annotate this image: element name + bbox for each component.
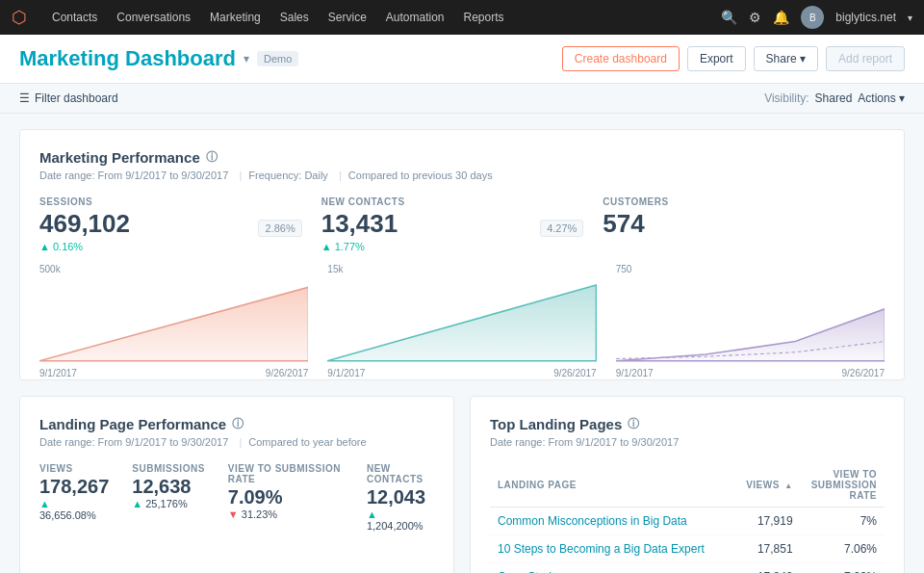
lp-new-contacts-change: ▲ 1,204,200% [367, 508, 434, 532]
search-icon[interactable]: 🔍 [721, 10, 737, 25]
customers-chart-svg [616, 276, 885, 363]
sessions-chart-svg [39, 276, 308, 363]
settings-icon[interactable]: ⚙ [749, 10, 761, 25]
views-sort-icon: ▲ [784, 482, 792, 490]
col-views[interactable]: VIEWS ▲ [732, 463, 800, 508]
col-landing-page: LANDING PAGE [490, 463, 732, 508]
row2-rate: 7.06% [801, 535, 885, 563]
top-landing-pages-table: LANDING PAGE VIEWS ▲ VIEW TO SUBMISSION … [490, 463, 885, 573]
bottom-row: Landing Page Performance ⓘ Date range: F… [19, 396, 905, 573]
header-actions: Create dashboard Export Share ▾ Add repo… [562, 46, 905, 71]
row1-rate: 7% [801, 508, 885, 535]
filter-dashboard-link[interactable]: ☰ Filter dashboard [19, 91, 118, 105]
main-content: Marketing Performance ⓘ Date range: From… [0, 114, 924, 573]
sessions-chart-y-label: 500k [39, 264, 308, 274]
lp-rate-change: ▼ 31.23% [228, 508, 344, 520]
nav-service[interactable]: Service [319, 0, 376, 35]
marketing-performance-card: Marketing Performance ⓘ Date range: From… [19, 129, 905, 380]
top-lp-info-icon[interactable]: ⓘ [628, 416, 639, 432]
lp-views-metric: VIEWS 178,267 ▲ 36,656.08% [39, 463, 109, 532]
metrics-row: SESSIONS 469,102 2.86% ▲ 0.16% NEW CONTA… [39, 196, 885, 252]
add-report-button[interactable]: Add report [826, 46, 905, 71]
lp-new-contacts-metric: NEW CONTACTS 12,043 ▲ 1,204,200% [367, 463, 434, 532]
dashboard-title: Marketing Dashboard [19, 46, 236, 71]
dashboard-dropdown-icon[interactable]: ▾ [244, 52, 249, 65]
account-chevron-icon: ▾ [908, 13, 912, 23]
customers-chart-x-labels: 9/1/2017 9/26/2017 [616, 368, 885, 378]
charts-row: 500k 9/1/2017 9/26/2017 15 [39, 264, 885, 360]
nav-automation[interactable]: Automation [376, 0, 454, 35]
contacts-chart: 15k 9/1/2017 9/26/2017 [327, 264, 596, 360]
contacts-chart-svg [327, 276, 596, 363]
lp-metrics-row: VIEWS 178,267 ▲ 36,656.08% SUBMISSIONS 1… [39, 463, 434, 532]
new-contacts-change: ▲ 1.77% [321, 241, 584, 252]
share-button[interactable]: Share ▾ [754, 46, 818, 71]
avatar[interactable]: B [801, 6, 824, 29]
customers-chart-y-label: 750 [616, 264, 885, 274]
marketing-performance-info-icon[interactable]: ⓘ [206, 149, 218, 166]
sessions-change: ▲ 0.16% [39, 241, 302, 252]
nav-marketing[interactable]: Marketing [200, 0, 270, 35]
col-view-to-submission: VIEW TO SUBMISSION RATE [801, 463, 885, 508]
notifications-icon[interactable]: 🔔 [773, 10, 789, 25]
filter-label[interactable]: Filter dashboard [35, 91, 118, 105]
sessions-chart: 500k 9/1/2017 9/26/2017 [39, 264, 308, 360]
table-header-row: LANDING PAGE VIEWS ▲ VIEW TO SUBMISSION … [490, 463, 885, 508]
svg-marker-1 [327, 285, 596, 361]
top-landing-pages-title: Top Landing Pages ⓘ [490, 416, 885, 432]
landing-page-performance-title: Landing Page Performance ⓘ [39, 416, 434, 432]
row3-rate: 7.03% [801, 563, 885, 574]
lp-views-change: ▲ 36,656.08% [39, 498, 109, 521]
sessions-chart-x-labels: 9/1/2017 9/26/2017 [39, 368, 308, 378]
table-row: Common Misconceptions in Big Data 17,919… [490, 508, 885, 535]
nav-right: 🔍 ⚙ 🔔 B biglytics.net ▾ [721, 6, 912, 29]
row1-page-link[interactable]: Common Misconceptions in Big Data [498, 514, 687, 528]
actions-button[interactable]: Actions ▾ [858, 91, 905, 105]
nav-contacts[interactable]: Contacts [42, 0, 107, 35]
visibility-value: Shared [815, 91, 853, 105]
dashboard-title-area: Marketing Dashboard ▾ Demo [19, 46, 298, 71]
filter-icon: ☰ [19, 91, 30, 105]
lp-submissions-change: ▲ 25,176% [132, 498, 205, 509]
lp-rate-metric: VIEW TO SUBMISSION RATE 7.09% ▼ 31.23% [228, 463, 344, 532]
filter-bar: ☰ Filter dashboard Visibility: Shared Ac… [0, 84, 924, 114]
nav-sales[interactable]: Sales [270, 0, 319, 35]
row1-views: 17,919 [732, 508, 800, 535]
table-body: Common Misconceptions in Big Data 17,919… [490, 508, 885, 574]
table-row: Case Study 17,849 7.03% [490, 563, 885, 574]
svg-marker-0 [39, 287, 308, 361]
create-dashboard-button[interactable]: Create dashboard [562, 46, 680, 71]
export-button[interactable]: Export [687, 46, 746, 71]
customers-metric: CUSTOMERS 574 [603, 196, 885, 252]
nav-conversations[interactable]: Conversations [107, 0, 200, 35]
row2-page-link[interactable]: 10 Steps to Becoming a Big Data Expert [498, 542, 705, 556]
customers-chart: 750 9/1/2017 9/26/2017 [616, 264, 885, 360]
customers-label: CUSTOMERS [603, 196, 865, 207]
lp-submissions-metric: SUBMISSIONS 12,638 ▲ 25,176% [132, 463, 205, 532]
landing-page-performance-card: Landing Page Performance ⓘ Date range: F… [19, 396, 454, 573]
customers-value: 574 [603, 209, 644, 239]
top-lp-date-range: Date range: From 9/1/2017 to 9/30/2017 [490, 436, 885, 448]
account-name[interactable]: biglytics.net [835, 11, 896, 24]
nav-items: Contacts Conversations Marketing Sales S… [42, 0, 721, 35]
row2-page: 10 Steps to Becoming a Big Data Expert [490, 535, 732, 563]
new-contacts-up-icon: ▲ [321, 241, 332, 252]
demo-badge: Demo [257, 51, 298, 66]
row3-views: 17,849 [732, 563, 800, 574]
top-navigation: ⬡ Contacts Conversations Marketing Sales… [0, 0, 924, 35]
hubspot-logo: ⬡ [12, 7, 27, 28]
svg-marker-2 [616, 309, 885, 361]
lp-performance-info-icon[interactable]: ⓘ [232, 416, 244, 432]
visibility-label: Visibility: [764, 91, 808, 105]
sub-header: Marketing Dashboard ▾ Demo Create dashbo… [0, 35, 924, 84]
marketing-performance-date-range: Date range: From 9/1/2017 to 9/30/2017 |… [39, 169, 885, 181]
filter-right: Visibility: Shared Actions ▾ [764, 91, 905, 105]
table-row: 10 Steps to Becoming a Big Data Expert 1… [490, 535, 885, 563]
lp-performance-date-range: Date range: From 9/1/2017 to 9/30/2017 |… [39, 436, 434, 448]
top-landing-pages-card: Top Landing Pages ⓘ Date range: From 9/1… [470, 396, 905, 573]
sessions-value: 469,102 [39, 209, 130, 239]
nav-reports[interactable]: Reports [454, 0, 514, 35]
row3-page: Case Study [490, 563, 732, 574]
new-contacts-badge: 4.27% [540, 220, 583, 237]
sessions-badge: 2.86% [258, 220, 301, 237]
